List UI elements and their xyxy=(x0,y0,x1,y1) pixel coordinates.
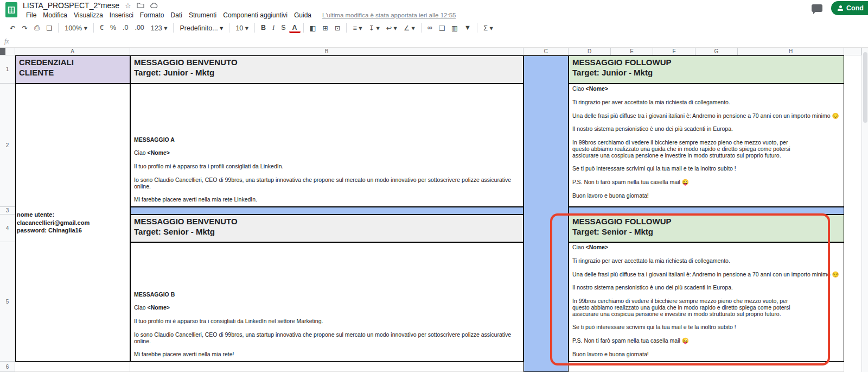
italic-icon[interactable]: I xyxy=(269,23,278,33)
link-icon[interactable]: ∞ xyxy=(424,23,436,33)
cell-d4-messaggio-followup-senior[interactable]: MESSAGGIO FOLLOWUP Target: Senior - Mktg xyxy=(569,215,844,242)
horizontal-align-select[interactable]: ≡ ▾ xyxy=(349,23,365,33)
chart-icon[interactable]: ▥ xyxy=(448,23,461,33)
column-header-d[interactable]: D xyxy=(569,48,611,55)
decrease-decimals-icon[interactable]: .0 xyxy=(119,23,131,33)
formula-input[interactable] xyxy=(15,36,868,47)
message-paragraph: Ciao <Nome> xyxy=(134,150,520,156)
increase-decimals-icon[interactable]: .00 xyxy=(131,23,147,33)
row-header-5[interactable]: 5 xyxy=(0,242,15,362)
message-paragraph: Io sono Claudio Cancellieri, CEO di 99br… xyxy=(134,177,520,190)
cell-a6-empty[interactable] xyxy=(15,362,130,372)
person-icon xyxy=(838,5,843,11)
menu-formato[interactable]: Formato xyxy=(137,10,168,20)
share-button[interactable]: Cond xyxy=(831,1,868,15)
message-paragraph: Io sono Claudio Cancellieri, CEO di 99br… xyxy=(134,332,520,345)
message-paragraph: Il nostro sistema pensionistico è uno de… xyxy=(572,126,840,133)
menu-strumenti[interactable]: Strumenti xyxy=(186,10,220,20)
bold-icon[interactable]: B xyxy=(258,23,269,33)
font-size-select[interactable]: 10 ▾ xyxy=(232,23,252,33)
column-header-h[interactable]: H xyxy=(738,48,844,55)
font-select[interactable]: Predefinito... ▾ xyxy=(176,23,226,33)
menu-file[interactable]: File xyxy=(23,10,40,20)
cell-b2-welcome-message-junior[interactable]: MESSAGGIO ACiao <Nome>Il tuo profilo mi … xyxy=(130,84,524,207)
toolbar-separator xyxy=(421,23,422,33)
menu-dati[interactable]: Dati xyxy=(168,10,186,20)
toolbar: ↶ ↷ ⎙ ❏ 100% ▾ € % .0 .00 123 ▾ Predefin… xyxy=(0,20,868,36)
toolbar-separator xyxy=(254,23,255,33)
menu-modifica[interactable]: Modifica xyxy=(40,10,71,20)
menu-componenti-aggiuntivi[interactable]: Componenti aggiuntivi xyxy=(220,10,291,20)
cell-d2-followup-message-junior[interactable]: Ciao <Nome>Ti ringrazio per aver accetta… xyxy=(569,84,844,207)
filter-icon[interactable]: ▼ xyxy=(461,23,474,33)
column-header-g[interactable]: G xyxy=(695,48,738,55)
fill-color-icon[interactable]: ◧ xyxy=(307,23,320,33)
cell-d6-empty[interactable] xyxy=(569,362,844,372)
column-header-e[interactable]: E xyxy=(611,48,653,55)
comment-icon[interactable]: ❑ xyxy=(436,23,448,33)
last-modified-link[interactable]: L'ultima modifica è stata apportata ieri… xyxy=(322,12,456,18)
text-color-icon[interactable]: A xyxy=(289,23,301,33)
currency-format-icon[interactable]: € xyxy=(97,23,107,33)
row-header-4[interactable]: 4 xyxy=(0,215,15,242)
cell-b6-empty[interactable] xyxy=(130,362,524,372)
message-paragraph: Il tuo profilo mi è apparso tra i profil… xyxy=(134,163,520,170)
column-header-c[interactable]: C xyxy=(524,48,569,55)
message-paragraph: Una delle frasi più diffuse tra i giovan… xyxy=(572,113,840,119)
message-paragraph: Se ti può interessare scrivimi qui la tu… xyxy=(572,166,840,172)
sheets-logo-icon[interactable] xyxy=(5,2,17,20)
column-header-b[interactable]: B xyxy=(130,48,524,55)
redo-icon[interactable]: ↷ xyxy=(18,23,30,33)
percent-format-icon[interactable]: % xyxy=(107,23,119,33)
text-rotation-select[interactable]: ∠ ▾ xyxy=(400,23,418,33)
functions-select[interactable]: Σ ▾ xyxy=(480,23,496,33)
message-paragraph: Mi farebbe piacere averti nella mia rete… xyxy=(134,197,520,203)
message-paragraph: Buon lavoro e buona giornata! xyxy=(572,351,840,358)
undo-icon[interactable]: ↶ xyxy=(7,23,18,33)
cell-a1-credenziali-cliente[interactable]: CREDENZIALI CLIENTE xyxy=(15,55,130,84)
vertical-scrollbar[interactable] xyxy=(861,48,868,372)
number-format-select[interactable]: 123 ▾ xyxy=(148,23,171,33)
title-area: LISTA_PROSPECT_2°mese ☆ File Modifica Vi… xyxy=(23,1,864,21)
menu-inserisci[interactable]: Inserisci xyxy=(106,10,137,20)
cell-d1-messaggio-followup-junior[interactable]: MESSAGGIO FOLLOWUP Target: Junior - Mktg xyxy=(569,55,844,84)
toolbar-separator xyxy=(477,23,477,33)
document-title[interactable]: LISTA_PROSPECT_2°mese xyxy=(23,1,119,10)
print-icon[interactable]: ⎙ xyxy=(31,23,43,33)
cell-b5-welcome-message-senior[interactable]: MESSAGGIO BCiao <Nome>Il tuo profilo mi … xyxy=(130,242,524,362)
vertical-align-select[interactable]: ↧ ▾ xyxy=(365,23,382,33)
star-icon[interactable]: ☆ xyxy=(125,2,131,9)
menu-guida[interactable]: Guida xyxy=(291,10,315,20)
row-header-3[interactable]: 3 xyxy=(0,207,15,215)
cell-b1-messaggio-benvenuto-junior[interactable]: MESSAGGIO BENVENUTO Target: Junior - Mkt… xyxy=(130,55,524,84)
cell-a-credentials[interactable]: nome utente: clacancellieri@gmail.com pa… xyxy=(15,84,130,362)
strikethrough-icon[interactable]: S xyxy=(278,23,289,33)
cell-b4-messaggio-benvenuto-senior[interactable]: MESSAGGIO BENVENUTO Target: Senior - Mkt… xyxy=(130,215,524,242)
menu-visualizza[interactable]: Visualizza xyxy=(71,10,106,20)
zoom-select[interactable]: 100% ▾ xyxy=(61,23,91,33)
column-header-a[interactable]: A xyxy=(15,48,130,55)
message-paragraph: Buon lavoro e buona giornata! xyxy=(572,193,840,199)
column-header-filler xyxy=(844,48,861,55)
row-header-1[interactable]: 1 xyxy=(0,55,15,84)
borders-icon[interactable]: ⊞ xyxy=(319,23,331,33)
message-paragraph: Il nostro sistema pensionistico è uno de… xyxy=(572,285,840,291)
row-header-6[interactable]: 6 xyxy=(0,362,15,372)
comments-icon[interactable] xyxy=(812,4,822,12)
column-header-f[interactable]: F xyxy=(653,48,695,55)
paint-format-icon[interactable]: ❏ xyxy=(43,23,55,33)
cell-d3-blue-spacer[interactable] xyxy=(569,207,844,215)
cell-d5-followup-message-senior[interactable]: Ciao <Nome>Ti ringrazio per aver accetta… xyxy=(569,242,844,362)
toolbar-separator xyxy=(303,23,304,33)
cell-b3-blue-spacer[interactable] xyxy=(130,207,524,215)
merge-cells-icon[interactable]: ⊡ xyxy=(331,23,343,33)
toolbar-separator xyxy=(229,23,229,33)
message-paragraph: Una delle frasi più diffuse tra i giovan… xyxy=(572,272,840,278)
text-wrap-select[interactable]: ↩ ▾ xyxy=(383,23,400,33)
select-all-corner[interactable] xyxy=(0,48,15,55)
row-header-2[interactable]: 2 xyxy=(0,84,15,207)
column-c-blue-spacer[interactable] xyxy=(524,55,569,372)
scrollbar-thumb[interactable] xyxy=(863,52,867,123)
move-folder-icon[interactable] xyxy=(137,2,144,9)
fx-label: fx xyxy=(4,37,9,46)
